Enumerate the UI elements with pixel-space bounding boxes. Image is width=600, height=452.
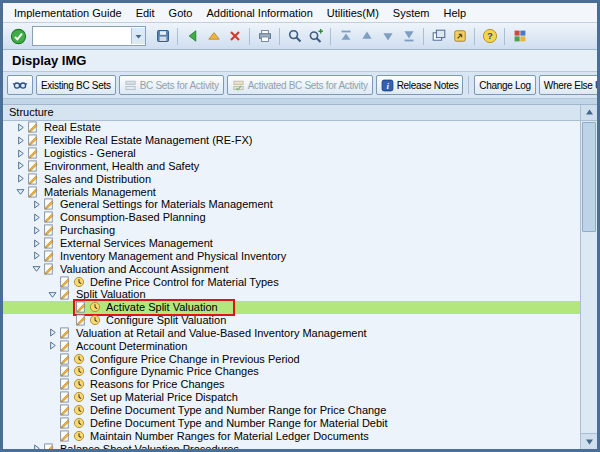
command-field[interactable]: [33, 29, 131, 43]
menu-item-additional-information[interactable]: Additional Information: [199, 5, 319, 21]
existing-bc-sets-button[interactable]: Existing BC Sets: [36, 75, 116, 95]
tree-item-label[interactable]: Activate Split Valuation: [103, 301, 218, 313]
tree-row[interactable]: General Settings for Materials Managemen…: [3, 198, 581, 211]
expander-collapsed-icon[interactable]: [13, 122, 27, 133]
tree-item-label[interactable]: Maintain Number Ranges for Material Ledg…: [87, 430, 369, 442]
tree-item-label[interactable]: Reasons for Price Changes: [87, 378, 225, 390]
display-change-toggle-button[interactable]: [7, 75, 33, 95]
tree-item-label[interactable]: General Settings for Materials Managemen…: [57, 198, 273, 210]
menu-item-utilities-m[interactable]: Utilities(M): [320, 5, 386, 21]
expander-collapsed-icon[interactable]: [29, 250, 43, 261]
new-session-button[interactable]: [428, 26, 449, 47]
back-button[interactable]: [182, 26, 203, 47]
menu-item-help[interactable]: Help: [437, 5, 474, 21]
expander-collapsed-icon[interactable]: [29, 212, 43, 223]
tree-row[interactable]: Define Document Type and Number Range fo…: [3, 404, 581, 417]
img-activity-icon[interactable]: [73, 353, 85, 365]
tree-row[interactable]: Inventory Management and Physical Invent…: [3, 249, 581, 262]
tree-item-label[interactable]: Sales and Distribution: [41, 173, 151, 185]
expander-collapsed-icon[interactable]: [29, 199, 43, 210]
expander-collapsed-icon[interactable]: [13, 160, 27, 171]
tree-item-label[interactable]: Valuation and Account Assignment: [57, 263, 229, 275]
tree-row[interactable]: Valuation and Account Assignment: [3, 262, 581, 275]
tree-row[interactable]: Activate Split Valuation: [3, 301, 581, 314]
tree-row[interactable]: Define Document Type and Number Range fo…: [3, 416, 581, 429]
menu-item-goto[interactable]: Goto: [162, 5, 200, 21]
help-button[interactable]: ?: [479, 26, 500, 47]
tree-item-label[interactable]: Configure Split Valuation: [103, 314, 226, 326]
last-page-button[interactable]: [398, 26, 419, 47]
save-button[interactable]: [152, 26, 173, 47]
tree-item-label[interactable]: Inventory Management and Physical Invent…: [57, 250, 286, 262]
tree-item-label[interactable]: Consumption-Based Planning: [57, 211, 206, 223]
img-activity-icon[interactable]: [73, 417, 85, 429]
expander-collapsed-icon[interactable]: [13, 173, 27, 184]
exit-button[interactable]: [203, 26, 224, 47]
tree-item-label[interactable]: Valuation at Retail and Value-Based Inve…: [73, 327, 367, 339]
tree-item-label[interactable]: Environment, Health and Safety: [41, 160, 199, 172]
vertical-scrollbar[interactable]: [580, 105, 597, 449]
tree-item-label[interactable]: Configure Dynamic Price Changes: [87, 365, 259, 377]
menu-item-implementation-guide[interactable]: Implementation Guide: [7, 5, 129, 21]
tree-item-label[interactable]: Set up Material Price Dispatch: [87, 391, 238, 403]
tree-row[interactable]: Sales and Distribution: [3, 172, 581, 185]
expander-expanded-icon[interactable]: [29, 263, 43, 274]
tree-row[interactable]: Configure Price Change in Previous Perio…: [3, 352, 581, 365]
tree-item-label[interactable]: Materials Management: [41, 186, 156, 198]
img-activity-icon[interactable]: [89, 314, 101, 326]
page-down-button[interactable]: [377, 26, 398, 47]
tree-row[interactable]: Environment, Health and Safety: [3, 160, 581, 173]
img-activity-icon[interactable]: [73, 365, 85, 377]
scrollbar-thumb[interactable]: [582, 122, 596, 232]
img-activity-icon[interactable]: [73, 391, 85, 403]
tree-item-label[interactable]: Real Estate: [41, 121, 101, 133]
tree-item-label[interactable]: Configure Price Change in Previous Perio…: [87, 353, 300, 365]
tree-row[interactable]: Split Valuation: [3, 288, 581, 301]
create-shortcut-button[interactable]: [449, 26, 470, 47]
find-button[interactable]: [284, 26, 305, 47]
expander-collapsed-icon[interactable]: [13, 148, 27, 159]
tree-row[interactable]: Configure Dynamic Price Changes: [3, 365, 581, 378]
expander-expanded-icon[interactable]: [13, 186, 27, 197]
tree-item-label[interactable]: Define Document Type and Number Range fo…: [87, 404, 386, 416]
tree-row[interactable]: Purchasing: [3, 224, 581, 237]
where-else-used-button[interactable]: Where Else Used: [539, 75, 600, 95]
release-notes-button[interactable]: iRelease Notes: [376, 75, 464, 95]
expander-expanded-icon[interactable]: [45, 289, 59, 300]
tree-item-label[interactable]: Purchasing: [57, 224, 115, 236]
page-up-button[interactable]: [356, 26, 377, 47]
change-log-button[interactable]: Change Log: [474, 75, 536, 95]
tree-row[interactable]: Logistics - General: [3, 147, 581, 160]
scroll-down-button[interactable]: [581, 433, 597, 449]
menu-item-edit[interactable]: Edit: [129, 5, 162, 21]
tree-item-label[interactable]: Split Valuation: [73, 288, 146, 300]
tree-row[interactable]: Flexible Real Estate Management (RE-FX): [3, 134, 581, 147]
tree-row[interactable]: Reasons for Price Changes: [3, 378, 581, 391]
cancel-button[interactable]: [224, 26, 245, 47]
expander-collapsed-icon[interactable]: [45, 327, 59, 338]
menu-item-system[interactable]: System: [386, 5, 437, 21]
expander-collapsed-icon[interactable]: [45, 340, 59, 351]
expander-collapsed-icon[interactable]: [29, 225, 43, 236]
first-page-button[interactable]: [335, 26, 356, 47]
expander-collapsed-icon[interactable]: [29, 443, 43, 449]
img-activity-icon[interactable]: [73, 430, 85, 442]
tree-item-label[interactable]: Define Document Type and Number Range fo…: [87, 417, 388, 429]
img-activity-icon[interactable]: [73, 276, 85, 288]
tree-item-label[interactable]: Define Price Control for Material Types: [87, 276, 279, 288]
customize-layout-button[interactable]: [509, 26, 530, 47]
expander-collapsed-icon[interactable]: [29, 238, 43, 249]
find-next-button[interactable]: [305, 26, 326, 47]
tree-row[interactable]: Set up Material Price Dispatch: [3, 391, 581, 404]
tree-row[interactable]: External Services Management: [3, 237, 581, 250]
tree-item-label[interactable]: Balance Sheet Valuation Procedures: [57, 443, 239, 449]
tree-row[interactable]: Valuation at Retail and Value-Based Inve…: [3, 327, 581, 340]
tree-row[interactable]: Real Estate: [3, 121, 581, 134]
img-activity-icon[interactable]: [89, 301, 101, 313]
enter-button[interactable]: [8, 26, 29, 47]
tree-row[interactable]: Account Determination: [3, 339, 581, 352]
tree-row[interactable]: Configure Split Valuation: [3, 314, 581, 327]
tree-item-label[interactable]: Account Determination: [73, 340, 187, 352]
scroll-up-button[interactable]: [581, 105, 597, 121]
print-button[interactable]: [254, 26, 275, 47]
